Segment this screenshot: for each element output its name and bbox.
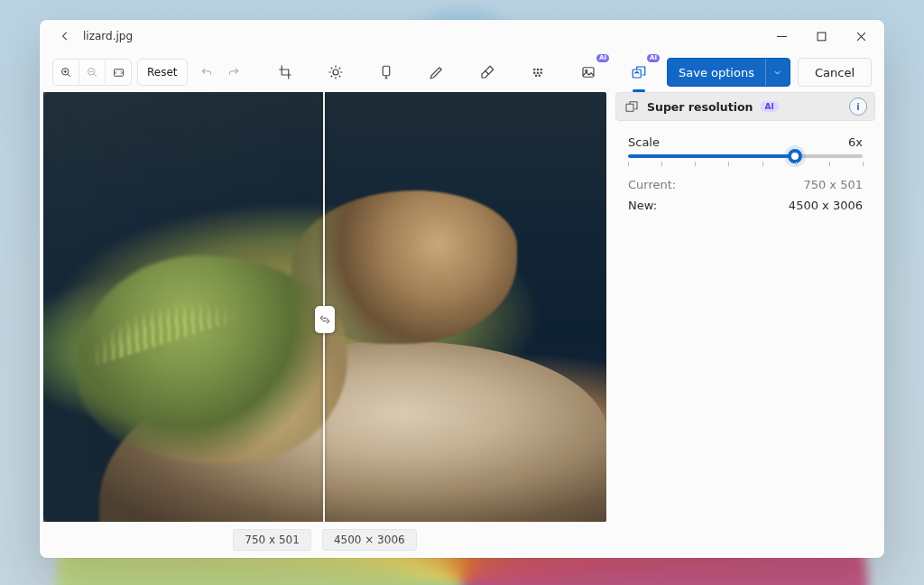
canvas-footer: 750 x 501 4500 × 3006 (43, 522, 606, 552)
zoom-in-button[interactable] (53, 60, 79, 85)
panel-title: Super resolution (647, 100, 753, 114)
svg-point-4 (333, 70, 338, 75)
new-label: New: (628, 199, 657, 212)
save-options-button[interactable]: Save options (667, 58, 790, 87)
svg-rect-5 (383, 66, 390, 76)
svg-rect-0 (818, 32, 826, 41)
ai-badge-icon: AI (647, 54, 660, 62)
svg-rect-16 (633, 70, 641, 78)
app-window: lizard.jpg Reset (40, 20, 884, 558)
new-value: 4500 x 3006 (789, 199, 863, 212)
filter-tool[interactable] (373, 58, 400, 87)
image-canvas[interactable] (43, 92, 606, 522)
blur-tool[interactable] (524, 58, 551, 87)
close-button[interactable] (841, 20, 881, 52)
scale-value: 6x (848, 135, 863, 149)
svg-point-6 (534, 69, 536, 70)
svg-point-11 (541, 72, 542, 74)
markup-tool[interactable] (423, 58, 450, 87)
super-resolution-tool[interactable]: AI (625, 58, 652, 87)
main-area: 750 x 501 4500 × 3006 Super resolution A… (40, 92, 884, 558)
remove-background-tool[interactable]: AI (575, 58, 602, 87)
history-group (193, 59, 247, 86)
svg-rect-14 (583, 68, 594, 78)
maximize-button[interactable] (801, 20, 841, 52)
save-options-label: Save options (668, 66, 765, 79)
save-options-dropdown[interactable] (765, 59, 790, 86)
compare-handle[interactable] (315, 306, 335, 333)
svg-point-12 (535, 75, 537, 77)
compare-original-overlay (43, 92, 323, 522)
panel-header: Super resolution AI i (615, 92, 875, 121)
reset-button[interactable]: Reset (137, 59, 188, 86)
window-controls (762, 20, 881, 52)
redo-button[interactable] (220, 59, 247, 86)
scale-slider[interactable] (628, 154, 863, 169)
back-button[interactable] (52, 23, 78, 49)
svg-point-10 (537, 72, 539, 74)
adjust-tool[interactable] (322, 58, 349, 87)
svg-point-9 (534, 72, 536, 74)
canvas-area: 750 x 501 4500 × 3006 (40, 92, 606, 552)
erase-tool[interactable] (474, 58, 501, 87)
ai-pill: AI (760, 101, 778, 112)
svg-point-7 (537, 69, 539, 70)
toolbar: Reset (40, 52, 884, 92)
zoom-out-button[interactable] (79, 60, 106, 85)
upscaled-dimensions: 4500 × 3006 (322, 529, 417, 551)
slider-track (628, 154, 863, 158)
side-panel: Super resolution AI i Scale 6x Current: (615, 92, 875, 552)
svg-rect-17 (626, 104, 633, 111)
cancel-button[interactable]: Cancel (798, 58, 872, 87)
slider-ticks (628, 162, 863, 169)
original-dimensions: 750 x 501 (233, 529, 311, 551)
toolbar-actions: Save options Cancel (667, 58, 872, 87)
titlebar: lizard.jpg (40, 20, 884, 52)
file-title: lizard.jpg (83, 30, 133, 42)
info-button[interactable]: i (849, 98, 867, 116)
minimize-button[interactable] (762, 20, 801, 52)
tool-tabs: AI AI (272, 58, 652, 87)
reset-label: Reset (147, 66, 178, 79)
svg-point-13 (539, 75, 541, 77)
scale-label: Scale (628, 135, 660, 149)
panel-body: Scale 6x Current: 750 x 501 New: 4500 x … (615, 121, 875, 218)
current-value: 750 x 501 (803, 178, 863, 191)
crop-tool[interactable] (272, 58, 299, 87)
current-label: Current: (628, 178, 676, 191)
fit-button[interactable] (106, 60, 131, 85)
zoom-group (52, 59, 132, 86)
svg-point-8 (541, 69, 542, 70)
super-resolution-icon (624, 98, 640, 115)
cancel-label: Cancel (815, 66, 855, 79)
undo-button[interactable] (193, 59, 220, 86)
ai-badge-icon: AI (596, 54, 609, 62)
